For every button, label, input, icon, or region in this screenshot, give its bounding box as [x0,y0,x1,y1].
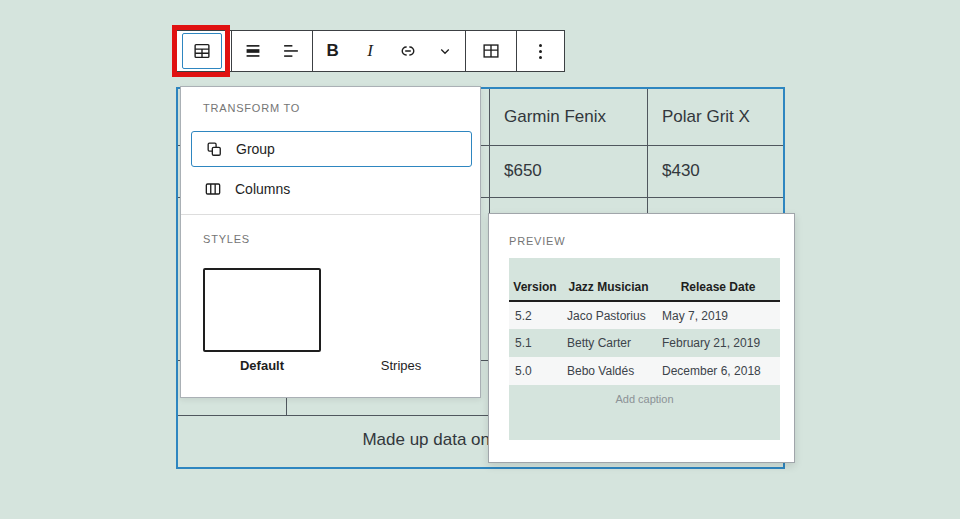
edit-table-icon [480,40,502,62]
annotation-highlight-box [172,25,230,77]
chevron-down-icon [436,42,454,60]
italic-button[interactable]: I [352,33,388,69]
transform-option-label: Group [236,141,275,157]
toolbar-group-formatting: B I [312,31,464,71]
preview-cell: Betty Carter [561,329,656,357]
preview-row: 5.1 Betty Carter February 21, 2019 [509,329,780,357]
preview-row: 5.0 Bebo Valdés December 6, 2018 [509,357,780,385]
preview-block: Version Jazz Musician Release Date 5.2 J… [509,258,780,440]
block-align-button[interactable] [235,33,271,69]
preview-header-cell: Jazz Musician [561,273,656,301]
columns-icon [203,179,223,199]
block-switcher-popover: TRANSFORM TO Group Columns STYLES Defaul… [180,86,481,398]
bold-button[interactable]: B [315,33,351,69]
preview-cell: December 6, 2018 [656,357,780,385]
preview-cell: 5.0 [509,357,561,385]
style-stripes-label[interactable]: Stripes [342,358,460,373]
text-align-left-icon [280,40,302,62]
block-toolbar: B I [172,30,565,72]
preview-cell: February 21, 2019 [656,329,780,357]
toolbar-group-alignment [231,31,313,71]
edit-table-button[interactable] [473,33,509,69]
table-cell-header[interactable]: Garmin Fenix [504,107,606,127]
preview-header-row: Version Jazz Musician Release Date [509,273,780,301]
preview-header-cell: Release Date [656,273,780,301]
preview-cell: 5.1 [509,329,561,357]
popover-divider [181,214,480,215]
styles-label: STYLES [203,233,250,245]
table-cell-price[interactable]: $650 [504,161,542,181]
toolbar-group-table [465,31,517,71]
preview-header-cell: Version [509,273,561,301]
table-cell-header[interactable]: Polar Grit X [662,107,750,127]
transform-option-group[interactable]: Group [191,131,472,167]
transform-to-label: TRANSFORM TO [203,102,300,114]
preview-cell: 5.2 [509,301,561,329]
kebab-menu-icon [539,44,542,59]
style-default-label[interactable]: Default [203,358,321,373]
preview-table: Version Jazz Musician Release Date 5.2 J… [509,273,780,385]
link-icon [397,40,419,62]
toolbar-group-options [516,31,564,71]
link-button[interactable] [390,33,426,69]
transform-option-label: Columns [235,181,290,197]
style-preview-popup: PREVIEW Version Jazz Musician Release Da… [488,213,795,463]
preview-cell: Bebo Valdés [561,357,656,385]
preview-row: 5.2 Jaco Pastorius May 7, 2019 [509,301,780,329]
align-none-icon [242,40,264,62]
text-align-button[interactable] [273,33,309,69]
style-default-preview[interactable] [203,268,321,352]
transform-option-columns[interactable]: Columns [191,171,472,207]
table-cell-price[interactable]: $430 [662,161,700,181]
group-icon [204,139,224,159]
table-caption[interactable]: Made up data on [178,430,490,450]
options-button[interactable] [523,33,559,69]
preview-cell: Jaco Pastorius [561,301,656,329]
preview-label: PREVIEW [509,235,565,247]
preview-cell: May 7, 2019 [656,301,780,329]
more-formatting-button[interactable] [427,33,463,69]
preview-caption-placeholder: Add caption [509,385,780,413]
